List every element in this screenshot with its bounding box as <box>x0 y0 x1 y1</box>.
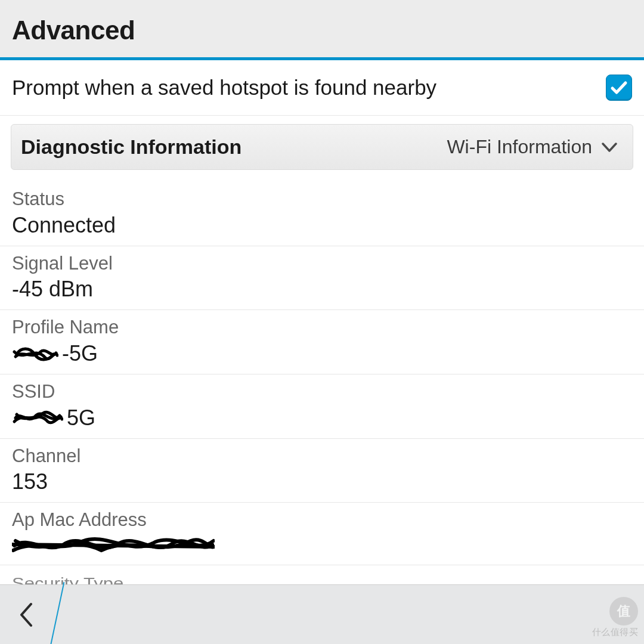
ap-mac-row: Ap Mac Address <box>0 503 644 565</box>
checkmark-icon <box>609 78 628 97</box>
watermark-badge: 值 <box>609 597 638 626</box>
chevron-down-icon <box>600 138 618 156</box>
back-button[interactable] <box>0 585 54 644</box>
ssid-row: SSID 5G <box>0 374 644 439</box>
channel-label: Channel <box>12 444 632 469</box>
profile-name-suffix: -5G <box>62 340 98 368</box>
watermark-text: 什么值得买 <box>592 627 639 638</box>
watermark: 值 什么值得买 <box>592 597 639 638</box>
profile-name-row: Profile Name -5G <box>0 310 644 374</box>
channel-row: Channel 153 <box>0 439 644 503</box>
ap-mac-value <box>12 532 632 559</box>
signal-level-row: Signal Level -45 dBm <box>0 246 644 311</box>
profile-name-value: -5G <box>12 340 632 368</box>
profile-name-label: Profile Name <box>12 315 632 340</box>
content-area: Prompt when a saved hotspot is found nea… <box>0 60 644 585</box>
ssid-value: 5G <box>12 404 632 432</box>
redacted-icon <box>12 532 215 559</box>
redacted-icon <box>12 407 63 429</box>
prompt-saved-hotspot-row[interactable]: Prompt when a saved hotspot is found nea… <box>0 60 644 116</box>
header: Advanced <box>0 0 644 60</box>
redacted-icon <box>12 343 58 365</box>
bottom-toolbar <box>0 584 644 644</box>
channel-value: 153 <box>12 468 632 496</box>
ssid-suffix: 5G <box>67 404 95 432</box>
ssid-label: SSID <box>12 379 632 404</box>
status-label: Status <box>12 187 632 212</box>
chevron-left-icon <box>17 602 37 628</box>
signal-level-label: Signal Level <box>12 251 632 276</box>
status-row: Status Connected <box>0 182 644 246</box>
signal-level-value: -45 dBm <box>12 275 632 304</box>
diagnostic-info-selected: Wi-Fi Information <box>447 136 618 158</box>
info-list: Status Connected Signal Level -45 dBm Pr… <box>0 182 644 585</box>
diagnostic-info-dropdown[interactable]: Diagnostic Information Wi-Fi Information <box>11 124 633 170</box>
security-type-row: Security Type <box>0 565 644 585</box>
security-type-label: Security Type <box>12 570 632 585</box>
diagnostic-info-value: Wi-Fi Information <box>447 136 592 158</box>
status-value: Connected <box>12 212 632 240</box>
prompt-saved-hotspot-checkbox[interactable] <box>606 75 632 101</box>
prompt-saved-hotspot-label: Prompt when a saved hotspot is found nea… <box>12 76 436 100</box>
page-title: Advanced <box>12 16 632 45</box>
diagnostic-info-title: Diagnostic Information <box>21 135 242 159</box>
ap-mac-label: Ap Mac Address <box>12 507 632 532</box>
